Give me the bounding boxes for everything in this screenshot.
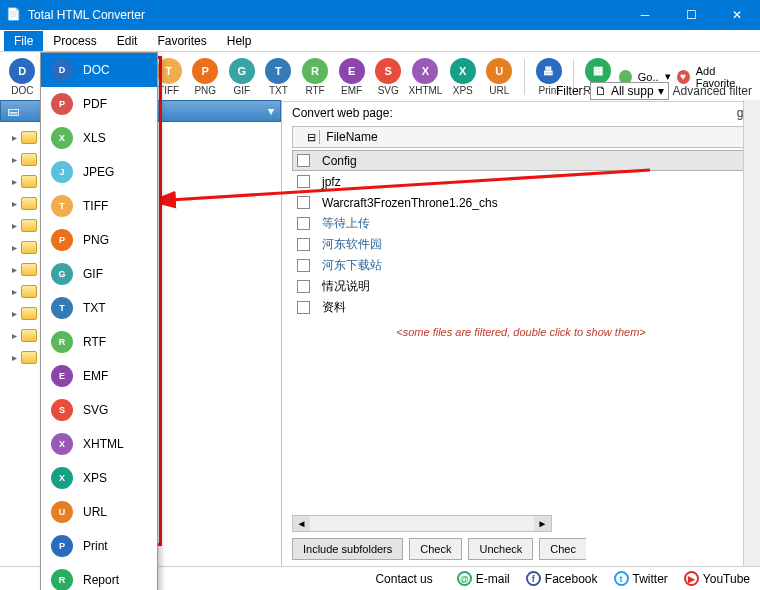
folder-icon xyxy=(21,285,37,298)
checkbox[interactable] xyxy=(297,217,310,230)
toolbar-xps-button[interactable]: X XPS xyxy=(446,58,479,96)
convert-header: Convert web page: go xyxy=(282,100,760,126)
toolbar-doc-button[interactable]: D DOC xyxy=(6,58,39,96)
folder-icon xyxy=(21,329,37,342)
toolbar-txt-button[interactable]: T TXT xyxy=(262,58,295,96)
checkbox[interactable] xyxy=(297,196,310,209)
expand-icon[interactable]: ▸ xyxy=(12,286,17,297)
xps-icon: X xyxy=(450,58,476,84)
expand-icon[interactable]: ▸ xyxy=(12,352,17,363)
convert-label: Convert web page: xyxy=(292,106,393,120)
checkbox[interactable] xyxy=(297,238,310,251)
folder-icon xyxy=(21,241,37,254)
menu-item-rtf[interactable]: R RTF xyxy=(41,325,157,359)
menu-item-tiff[interactable]: T TIFF xyxy=(41,189,157,223)
doc-icon: D xyxy=(9,58,35,84)
filter-combo[interactable]: 🗋 All supp ▾ xyxy=(590,82,669,100)
menu-item-report[interactable]: R Report xyxy=(41,563,157,590)
go-button[interactable]: Go.. xyxy=(638,71,659,83)
expand-icon[interactable]: ▸ xyxy=(12,176,17,187)
toolbar-png-button[interactable]: P PNG xyxy=(189,58,222,96)
email-link[interactable]: @E-mail xyxy=(457,571,510,586)
folder-icon xyxy=(21,153,37,166)
checkbox[interactable] xyxy=(297,154,310,167)
chec-button[interactable]: Chec xyxy=(539,538,586,560)
include-subfolders-button[interactable]: Include subfolders xyxy=(292,538,403,560)
report-icon: R xyxy=(51,569,73,590)
expand-icon[interactable]: ▸ xyxy=(12,154,17,165)
menu-item-gif[interactable]: G GIF xyxy=(41,257,157,291)
menu-item-xls[interactable]: X XLS xyxy=(41,121,157,155)
menu-file[interactable]: File xyxy=(4,31,43,51)
file-menu-dropdown: D DOC P PDF X XLS J JPEG T TIFF P PNG G … xyxy=(40,52,158,590)
menu-item-jpeg[interactable]: J JPEG xyxy=(41,155,157,189)
menu-process[interactable]: Process xyxy=(43,31,106,51)
file-row[interactable]: Warcraft3FrozenThrone1.26_chs xyxy=(292,192,750,213)
expand-icon[interactable]: ▸ xyxy=(12,308,17,319)
toolbar-svg-button[interactable]: S SVG xyxy=(372,58,405,96)
vertical-scrollbar[interactable] xyxy=(743,100,760,566)
emf-icon: E xyxy=(339,58,365,84)
checkbox[interactable] xyxy=(297,280,310,293)
expand-icon[interactable]: ▸ xyxy=(12,264,17,275)
close-button[interactable]: ✕ xyxy=(714,0,760,30)
file-row[interactable]: 等待上传 xyxy=(292,213,750,234)
file-name: 等待上传 xyxy=(322,215,370,232)
file-row[interactable]: 河东下载站 xyxy=(292,255,750,276)
menu-item-png[interactable]: P PNG xyxy=(41,223,157,257)
menu-help[interactable]: Help xyxy=(217,31,262,51)
toolbar-gif-button[interactable]: G GIF xyxy=(226,58,259,96)
check-button[interactable]: Check xyxy=(409,538,462,560)
advanced-filter-link[interactable]: Advanced filter xyxy=(673,84,752,98)
doc-icon: D xyxy=(51,59,73,81)
menu-item-xhtml[interactable]: X XHTML xyxy=(41,427,157,461)
uncheck-button[interactable]: Uncheck xyxy=(468,538,533,560)
expand-icon[interactable]: ▸ xyxy=(12,330,17,341)
column-header[interactable]: ⊟ FileName xyxy=(292,126,750,148)
menu-item-xps[interactable]: X XPS xyxy=(41,461,157,495)
checkbox[interactable] xyxy=(297,259,310,272)
toolbar-url-button[interactable]: U URL xyxy=(483,58,516,96)
maximize-button[interactable]: ☐ xyxy=(668,0,714,30)
file-name: 资料 xyxy=(322,299,346,316)
menu-item-svg[interactable]: S SVG xyxy=(41,393,157,427)
horizontal-scrollbar[interactable]: ◄ ► xyxy=(292,515,552,532)
toolbar-xhtml-button[interactable]: X XHTML xyxy=(409,58,443,96)
titlebar: 📄 Total HTML Converter ─ ☐ ✕ xyxy=(0,0,760,30)
svg-icon: S xyxy=(375,58,401,84)
file-row[interactable]: 情况说明 xyxy=(292,276,750,297)
minimize-button[interactable]: ─ xyxy=(622,0,668,30)
menu-favorites[interactable]: Favorites xyxy=(147,31,216,51)
chevron-down-icon: ▾ xyxy=(658,84,664,98)
toolbar-emf-button[interactable]: E EMF xyxy=(335,58,368,96)
facebook-link[interactable]: fFacebook xyxy=(526,571,598,586)
folder-icon xyxy=(21,175,37,188)
filtered-message[interactable]: <some files are filtered, double click t… xyxy=(282,326,760,338)
twitter-link[interactable]: tTwitter xyxy=(614,571,668,586)
expand-icon[interactable]: ▸ xyxy=(12,132,17,143)
contact-label: Contact us xyxy=(375,572,432,586)
file-row[interactable]: Config xyxy=(292,150,750,171)
expand-icon[interactable]: ▸ xyxy=(12,242,17,253)
file-row[interactable]: jpfz xyxy=(292,171,750,192)
toolbar-rtf-button[interactable]: R RTF xyxy=(299,58,332,96)
menu-edit[interactable]: Edit xyxy=(107,31,148,51)
checkbox[interactable] xyxy=(297,301,310,314)
file-row[interactable]: 河东软件园 xyxy=(292,234,750,255)
expand-icon[interactable]: ▸ xyxy=(12,198,17,209)
checkbox[interactable] xyxy=(297,175,310,188)
menu-item-pdf[interactable]: P PDF xyxy=(41,87,157,121)
window-title: Total HTML Converter xyxy=(28,8,622,22)
scroll-left-icon[interactable]: ◄ xyxy=(293,516,310,531)
file-name: Config xyxy=(322,154,357,168)
scroll-right-icon[interactable]: ► xyxy=(534,516,551,531)
menu-item-print[interactable]: P Print xyxy=(41,529,157,563)
menu-item-txt[interactable]: T TXT xyxy=(41,291,157,325)
menu-item-url[interactable]: U URL xyxy=(41,495,157,529)
expand-icon[interactable]: ▸ xyxy=(12,220,17,231)
menu-item-emf[interactable]: E EMF xyxy=(41,359,157,393)
menu-item-doc[interactable]: D DOC xyxy=(41,53,157,87)
youtube-link[interactable]: ▶YouTube xyxy=(684,571,750,586)
chevron-down-icon: ▾ xyxy=(268,104,274,118)
file-row[interactable]: 资料 xyxy=(292,297,750,318)
